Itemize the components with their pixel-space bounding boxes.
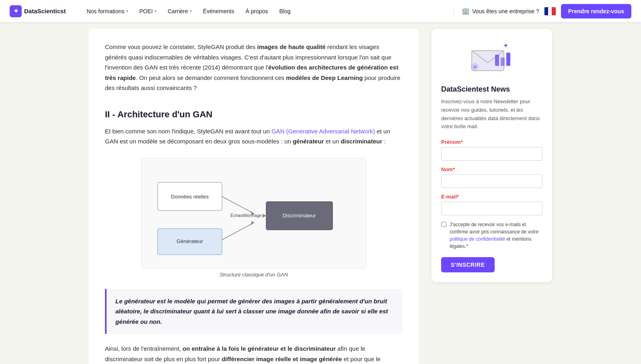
nom-input[interactable] (441, 174, 542, 188)
diagram-container: Données réelles Générateur Discriminateu… (105, 158, 403, 278)
enterprise-icon: 🏢 (462, 7, 470, 15)
svg-rect-13 (495, 55, 499, 66)
nav-links: Nos formations ▾ POEI ▾ Carrière ▾ Événe… (82, 5, 450, 18)
svg-line-6 (222, 196, 254, 214)
nav-blog[interactable]: Blog (274, 5, 295, 18)
diagram-caption: Structure classique d'un GAN (220, 272, 288, 278)
flag-white (548, 7, 552, 15)
highlight-text: Le générateur est le modèle qui permet d… (115, 296, 394, 327)
cta-button[interactable]: Prendre rendez-vous (561, 4, 631, 18)
logo-text: DataScienticst (24, 8, 66, 14)
page-wrapper: Comme vous pouvez le constater, StyleGAN… (79, 0, 562, 364)
svg-line-8 (222, 223, 254, 240)
chevron-down-icon: ▾ (190, 9, 192, 13)
flag-blue (544, 7, 548, 15)
consent-label: J'accepte de recevoir vos e-mails et con… (450, 221, 542, 250)
nav-carriere[interactable]: Carrière ▾ (163, 5, 197, 18)
svg-text:Données réelles: Données réelles (171, 194, 209, 200)
svg-rect-15 (506, 53, 510, 66)
consent-row: J'accepte de recevoir vos e-mails et con… (441, 221, 542, 250)
logo-icon: ✦ (10, 5, 22, 17)
nav-nos-formations[interactable]: Nos formations ▾ (82, 5, 133, 18)
chevron-down-icon: ▾ (154, 9, 156, 13)
consent-checkbox[interactable] (441, 222, 446, 227)
nom-label: Nom* (441, 166, 542, 172)
main-content: Comme vous pouvez le constater, StyleGAN… (89, 29, 419, 364)
highlight-block: Le générateur est le modèle qui permet d… (105, 289, 403, 334)
enterprise-link[interactable]: 🏢 Vous êtes une entreprise ? (462, 7, 539, 15)
navbar: ✦ DataScienticst Nos formations ▾ POEI ▾… (0, 0, 641, 22)
email-field-group: E-mail* (441, 194, 542, 215)
section-intro: Et bien comme son nom l'indique, StyleGA… (105, 126, 403, 147)
subscribe-button[interactable]: S'INSCRIRE (441, 257, 495, 272)
svg-text:✦: ✦ (503, 42, 508, 49)
newsletter-illustration: ✦ ⚙ (441, 39, 542, 79)
svg-text:⚙: ⚙ (473, 65, 477, 69)
nav-a-propos[interactable]: À propos (240, 5, 273, 18)
svg-marker-11 (263, 214, 266, 218)
sidebar-title: DataScientest News (441, 85, 542, 94)
svg-rect-14 (501, 57, 505, 66)
prenom-label: Prénom* (441, 139, 542, 145)
nav-poei[interactable]: POEI ▾ (135, 5, 161, 18)
nav-divider (453, 6, 454, 16)
gan-link[interactable]: GAN (Generative Adversarial Network) (271, 128, 375, 135)
body-paragraph: Ainsi, lors de l'entraînement, on entraî… (105, 344, 403, 364)
flag-red (552, 7, 555, 15)
svg-text:Échantillonnage: Échantillonnage (230, 213, 262, 218)
svg-text:Discriminateur: Discriminateur (282, 213, 316, 219)
privacy-link[interactable]: politique de confidentialité (450, 236, 505, 242)
nav-right: 🏢 Vous êtes une entreprise ? Prendre ren… (450, 4, 631, 18)
nav-evenements[interactable]: Événements (198, 5, 239, 18)
prenom-input[interactable] (441, 147, 542, 161)
language-flag[interactable] (544, 7, 556, 16)
nom-field-group: Nom* (441, 166, 542, 188)
chevron-down-icon: ▾ (126, 9, 128, 13)
logo[interactable]: ✦ DataScienticst (10, 5, 66, 17)
prenom-field-group: Prénom* (441, 139, 542, 161)
email-label: E-mail* (441, 194, 542, 200)
newsletter-card: ✦ ⚙ DataScientest News Inscrivez-vous à … (431, 29, 552, 282)
sidebar-description: Inscrivez-vous à notre Newsletter pour r… (441, 98, 542, 131)
gan-diagram: Données réelles Générateur Discriminateu… (141, 158, 366, 268)
section-title: II - Architecture d'un GAN (105, 106, 403, 120)
email-input[interactable] (441, 202, 542, 215)
intro-paragraph: Comme vous pouvez le constater, StyleGAN… (105, 42, 403, 93)
sidebar: ✦ ⚙ DataScientest News Inscrivez-vous à … (431, 29, 552, 364)
svg-text:Générateur: Générateur (177, 238, 203, 244)
